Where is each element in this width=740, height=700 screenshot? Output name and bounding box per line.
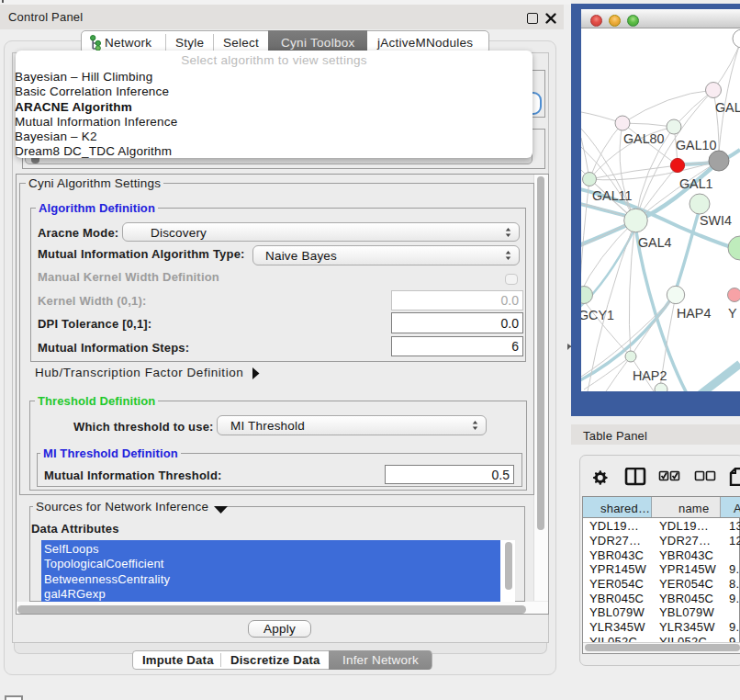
- svg-text:GAL10: GAL10: [676, 138, 717, 152]
- svg-text:GAL80: GAL80: [623, 131, 665, 146]
- svg-text:SWI4: SWI4: [700, 213, 732, 228]
- svg-text:Y: Y: [728, 306, 737, 321]
- svg-text:HAP4: HAP4: [677, 306, 711, 321]
- svg-text:GAL11: GAL11: [592, 188, 632, 203]
- svg-text:GCY1: GCY1: [581, 308, 614, 322]
- svg-text:GAL2: GAL2: [715, 100, 740, 115]
- svg-text:GAL1: GAL1: [679, 176, 713, 191]
- svg-text:HAP2: HAP2: [633, 368, 667, 383]
- svg-text:GAL4: GAL4: [638, 235, 672, 250]
